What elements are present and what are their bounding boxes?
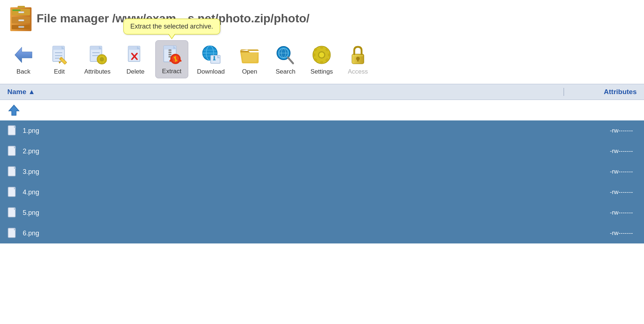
file-attrs-cell: -rw------- bbox=[563, 189, 637, 196]
up-dir-name bbox=[7, 104, 563, 117]
back-icon-area bbox=[12, 44, 34, 66]
search-button[interactable]: Search bbox=[269, 41, 301, 78]
svg-marker-89 bbox=[9, 105, 19, 115]
search-icon bbox=[275, 45, 295, 65]
svg-rect-9 bbox=[19, 20, 24, 21]
table-row[interactable]: 6.png -rw------- bbox=[0, 223, 644, 243]
edit-label: Edit bbox=[54, 68, 64, 75]
cabinet-icon bbox=[7, 4, 37, 33]
file-icon bbox=[7, 227, 18, 239]
file-icon bbox=[7, 125, 18, 137]
attributes-button[interactable]: Attributes bbox=[79, 41, 116, 78]
edit-icon-area bbox=[48, 44, 70, 66]
delete-button[interactable]: Delete bbox=[119, 41, 152, 78]
svg-rect-5 bbox=[19, 12, 24, 13]
attributes-icon-area bbox=[86, 44, 108, 66]
svg-marker-15 bbox=[15, 48, 32, 62]
open-icon bbox=[239, 46, 260, 64]
edit-button[interactable]: Edit bbox=[43, 41, 75, 78]
search-icon-area bbox=[274, 44, 296, 66]
access-icon-area bbox=[347, 44, 369, 66]
up-arrow-icon bbox=[7, 104, 21, 117]
svg-rect-50 bbox=[169, 54, 171, 55]
download-label: Download bbox=[197, 68, 225, 75]
svg-rect-11 bbox=[18, 26, 24, 28]
settings-icon bbox=[312, 45, 332, 65]
file-name-cell: 1.png bbox=[7, 125, 563, 137]
svg-point-83 bbox=[319, 52, 324, 57]
delete-icon bbox=[127, 45, 144, 64]
file-name-cell: 6.png bbox=[7, 227, 563, 239]
extract-button[interactable]: Extract the selected archive. bbox=[155, 40, 188, 78]
back-label: Back bbox=[16, 68, 30, 75]
table-row[interactable]: 4.png -rw------- bbox=[0, 182, 644, 202]
file-icon bbox=[7, 186, 18, 198]
download-button[interactable]: Download bbox=[192, 41, 230, 78]
extract-label: Extract bbox=[162, 68, 181, 75]
access-button[interactable]: Access bbox=[342, 41, 374, 78]
table-row[interactable]: 1.png -rw------- bbox=[0, 120, 644, 141]
download-icon bbox=[200, 45, 222, 65]
extract-icon bbox=[162, 44, 182, 65]
open-icon-area bbox=[238, 44, 260, 66]
search-label: Search bbox=[275, 68, 295, 75]
svg-rect-48 bbox=[169, 49, 171, 51]
svg-rect-77 bbox=[313, 53, 315, 56]
toolbar: Back Edit bbox=[0, 37, 644, 84]
settings-icon-area bbox=[311, 44, 333, 66]
attributes-icon bbox=[88, 45, 107, 64]
svg-rect-33 bbox=[101, 63, 103, 64]
svg-rect-34 bbox=[97, 58, 99, 60]
up-directory-row[interactable] bbox=[0, 100, 644, 120]
access-icon bbox=[350, 45, 366, 65]
file-attrs-cell: -rw------- bbox=[563, 127, 637, 134]
file-name-cell: 2.png bbox=[7, 145, 563, 157]
file-list-header: Name ▲ Attributes bbox=[0, 84, 644, 100]
file-attrs-cell: -rw------- bbox=[563, 148, 637, 155]
table-row[interactable]: 2.png -rw------- bbox=[0, 141, 644, 161]
file-attrs-cell: -rw------- bbox=[563, 168, 637, 175]
header: File manager /www/exam…s.net/photo.zip/p… bbox=[0, 0, 644, 37]
table-row[interactable]: 5.png -rw------- bbox=[0, 202, 644, 223]
svg-rect-66 bbox=[214, 56, 215, 60]
access-label: Access bbox=[348, 68, 368, 75]
open-button[interactable]: Open bbox=[233, 41, 266, 78]
svg-rect-78 bbox=[328, 53, 330, 56]
back-button[interactable]: Back bbox=[7, 41, 40, 78]
svg-rect-32 bbox=[101, 55, 103, 56]
svg-rect-12 bbox=[18, 6, 25, 8]
svg-rect-49 bbox=[169, 52, 171, 53]
delete-label: Delete bbox=[126, 68, 144, 75]
download-icon-area bbox=[200, 44, 222, 66]
file-icon bbox=[7, 145, 18, 157]
settings-label: Settings bbox=[310, 68, 333, 75]
attributes-column-header: Attributes bbox=[563, 88, 637, 96]
svg-rect-88 bbox=[353, 55, 363, 56]
svg-rect-87 bbox=[357, 59, 359, 62]
file-attrs-cell: -rw------- bbox=[563, 209, 637, 216]
delete-icon-area bbox=[125, 44, 147, 66]
file-list: 1.png -rw------- 2.png -rw------- 3.png … bbox=[0, 100, 644, 243]
open-label: Open bbox=[242, 68, 258, 75]
table-row[interactable]: 3.png -rw------- bbox=[0, 161, 644, 182]
svg-rect-13 bbox=[12, 10, 21, 11]
svg-rect-75 bbox=[320, 46, 323, 49]
edit-icon bbox=[50, 45, 69, 64]
svg-rect-76 bbox=[320, 61, 323, 64]
name-column-header[interactable]: Name ▲ bbox=[7, 88, 563, 96]
extract-tooltip: Extract the selected archive. bbox=[123, 19, 220, 34]
svg-rect-35 bbox=[105, 58, 107, 60]
back-icon bbox=[14, 46, 33, 64]
file-attrs-cell: -rw------- bbox=[563, 230, 637, 237]
file-icon bbox=[7, 166, 18, 178]
file-name-cell: 5.png bbox=[7, 207, 563, 219]
extract-icon-area bbox=[161, 44, 183, 66]
settings-button[interactable]: Settings bbox=[305, 41, 338, 78]
svg-point-31 bbox=[100, 57, 104, 62]
attributes-label: Attributes bbox=[84, 68, 111, 75]
svg-rect-63 bbox=[211, 55, 220, 63]
svg-line-72 bbox=[288, 57, 293, 63]
file-name-cell: 4.png bbox=[7, 186, 563, 198]
file-name-cell: 3.png bbox=[7, 166, 563, 178]
file-icon bbox=[7, 207, 18, 219]
